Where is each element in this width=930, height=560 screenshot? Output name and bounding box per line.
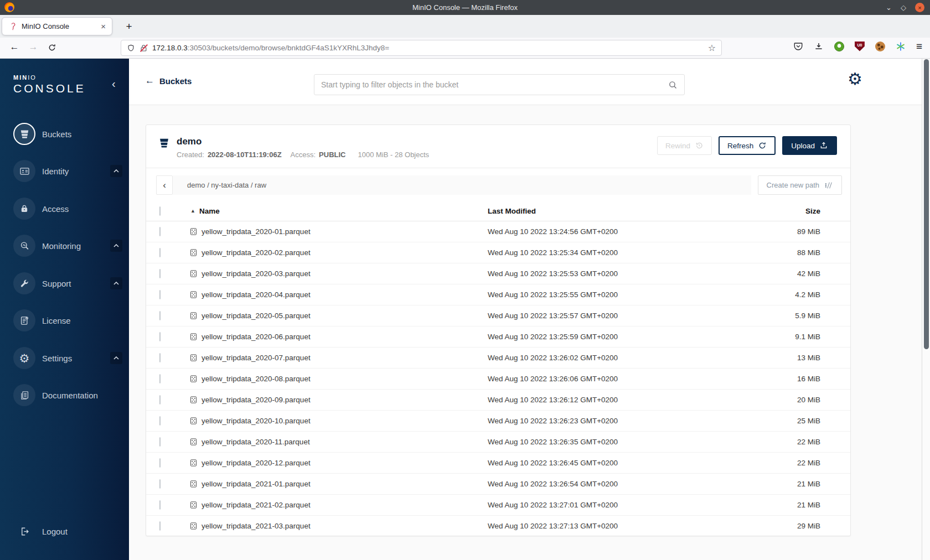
window-minimize-icon[interactable]: ⌄	[886, 4, 892, 11]
page-scrollbar[interactable]	[922, 59, 930, 560]
bucket-name: demo	[177, 136, 429, 147]
row-checkbox[interactable]	[159, 248, 161, 257]
row-checkbox[interactable]	[159, 227, 161, 236]
select-all-checkbox[interactable]	[159, 206, 161, 216]
object-name[interactable]: yellow_tripdata_2020-04.parquet	[202, 291, 311, 299]
row-checkbox[interactable]	[159, 353, 161, 362]
breadcrumb[interactable]: demo / ny-taxi-data / raw	[173, 175, 751, 195]
row-checkbox[interactable]	[159, 395, 161, 405]
back-to-buckets[interactable]: ← Buckets	[145, 75, 192, 86]
ublock-origin-extension-icon[interactable]: U0	[855, 42, 865, 51]
pocket-icon[interactable]	[793, 42, 803, 51]
url-text[interactable]: 172.18.0.3:30503/buckets/demo/browse/bnk…	[152, 44, 708, 52]
row-checkbox[interactable]	[159, 458, 161, 468]
row-checkbox[interactable]	[159, 290, 161, 299]
chevron-up-icon[interactable]	[110, 352, 122, 364]
object-name[interactable]: yellow_tripdata_2021-02.parquet	[202, 501, 311, 509]
browser-forward-icon[interactable]: →	[27, 42, 40, 53]
table-row[interactable]: yellow_tripdata_2020-09.parquet Wed Aug …	[146, 390, 850, 411]
object-name[interactable]: yellow_tripdata_2020-08.parquet	[202, 375, 311, 383]
insecure-lock-icon[interactable]	[140, 44, 148, 53]
column-size[interactable]: Size	[760, 207, 820, 215]
object-name[interactable]: yellow_tripdata_2020-11.parquet	[202, 438, 310, 446]
tracking-shield-icon[interactable]	[127, 44, 135, 53]
object-name[interactable]: yellow_tripdata_2020-12.parquet	[202, 459, 311, 467]
row-checkbox[interactable]	[159, 521, 161, 531]
table-row[interactable]: yellow_tripdata_2020-03.parquet Wed Aug …	[146, 263, 850, 284]
table-row[interactable]: yellow_tripdata_2020-07.parquet Wed Aug …	[146, 348, 850, 369]
sidebar-item-logout[interactable]: Logout	[0, 519, 129, 543]
table-row[interactable]: yellow_tripdata_2020-05.parquet Wed Aug …	[146, 305, 850, 326]
privacy-badger-extension-icon[interactable]	[834, 42, 844, 51]
object-name[interactable]: yellow_tripdata_2020-10.parquet	[202, 417, 311, 425]
path-back-button[interactable]: ‹	[156, 175, 173, 195]
table-row[interactable]: yellow_tripdata_2020-08.parquet Wed Aug …	[146, 369, 850, 390]
url-host: 172.18.0.3	[152, 44, 188, 52]
row-checkbox[interactable]	[159, 311, 161, 320]
sidebar-item-access[interactable]: Access	[0, 196, 129, 221]
object-name[interactable]: yellow_tripdata_2021-03.parquet	[202, 522, 311, 530]
sidebar-collapse-icon[interactable]: ‹	[112, 77, 116, 90]
table-row[interactable]: yellow_tripdata_2021-02.parquet Wed Aug …	[146, 495, 850, 516]
row-checkbox[interactable]	[159, 479, 161, 489]
url-bar[interactable]: 172.18.0.3:30503/buckets/demo/browse/bnk…	[121, 40, 722, 56]
new-tab-button[interactable]: +	[122, 19, 136, 34]
table-row[interactable]: yellow_tripdata_2021-01.parquet Wed Aug …	[146, 474, 850, 495]
row-checkbox[interactable]	[159, 269, 161, 278]
table-row[interactable]: yellow_tripdata_2020-12.parquet Wed Aug …	[146, 453, 850, 474]
refresh-button[interactable]: Refresh	[719, 136, 776, 155]
object-name[interactable]: yellow_tripdata_2020-09.parquet	[202, 396, 311, 404]
row-checkbox[interactable]	[159, 437, 161, 447]
object-name[interactable]: yellow_tripdata_2020-03.parquet	[202, 269, 311, 278]
table-row[interactable]: yellow_tripdata_2020-04.parquet Wed Aug …	[146, 284, 850, 305]
object-filter-search[interactable]	[314, 74, 685, 95]
sidebar-item-settings[interactable]: ⚙ Settings	[0, 346, 129, 370]
window-maximize-icon[interactable]: ◇	[901, 4, 906, 11]
row-checkbox[interactable]	[159, 500, 161, 510]
sidebar-item-identity[interactable]: Identity	[0, 159, 129, 183]
table-row[interactable]: yellow_tripdata_2020-01.parquet Wed Aug …	[146, 221, 850, 242]
object-name[interactable]: yellow_tripdata_2021-01.parquet	[202, 480, 311, 488]
tab-minio-console[interactable]: MinIO Console ×	[2, 17, 112, 35]
downloads-icon[interactable]	[814, 42, 824, 51]
browser-back-icon[interactable]: ←	[8, 42, 21, 53]
scrollbar-thumb[interactable]	[924, 59, 929, 349]
chevron-up-icon[interactable]	[110, 165, 122, 177]
object-name[interactable]: yellow_tripdata_2020-05.parquet	[202, 312, 311, 320]
chevron-up-icon[interactable]	[110, 277, 122, 289]
column-name[interactable]: Name	[199, 207, 220, 215]
upload-button[interactable]: Upload	[782, 136, 837, 155]
multi-account-extension-icon[interactable]	[896, 42, 906, 51]
cookie-extension-icon[interactable]	[875, 42, 885, 51]
sidebar-item-monitoring[interactable]: Monitoring	[0, 234, 129, 258]
table-row[interactable]: yellow_tripdata_2020-02.parquet Wed Aug …	[146, 242, 850, 263]
browser-reload-icon[interactable]	[45, 43, 59, 52]
window-close-button[interactable]: ×	[915, 3, 924, 12]
bucket-actions: Rewind Refresh Upload	[657, 136, 837, 155]
create-new-path-button[interactable]: Create new path	[758, 175, 842, 195]
table-row[interactable]: yellow_tripdata_2020-06.parquet Wed Aug …	[146, 326, 850, 348]
chevron-up-icon[interactable]	[110, 240, 122, 252]
sidebar-item-support[interactable]: Support	[0, 271, 129, 295]
sidebar-item-documentation[interactable]: Documentation	[0, 383, 129, 407]
rewind-button[interactable]: Rewind	[657, 136, 712, 155]
sidebar-item-license[interactable]: License	[0, 308, 129, 333]
object-name[interactable]: yellow_tripdata_2020-06.parquet	[202, 333, 311, 341]
table-row[interactable]: yellow_tripdata_2021-03.parquet Wed Aug …	[146, 516, 850, 536]
hamburger-menu-icon[interactable]: ≡	[916, 41, 922, 51]
row-checkbox[interactable]	[159, 332, 161, 341]
table-row[interactable]: yellow_tripdata_2020-11.parquet Wed Aug …	[146, 432, 850, 453]
sort-asc-icon[interactable]: ▲	[190, 208, 195, 214]
sidebar-item-buckets[interactable]: Buckets	[0, 122, 129, 146]
bookmark-star-icon[interactable]: ☆	[708, 43, 716, 53]
row-checkbox[interactable]	[159, 416, 161, 426]
row-checkbox[interactable]	[159, 374, 161, 383]
object-name[interactable]: yellow_tripdata_2020-07.parquet	[202, 354, 311, 362]
search-input[interactable]	[321, 80, 668, 89]
object-name[interactable]: yellow_tripdata_2020-02.parquet	[202, 248, 311, 257]
table-row[interactable]: yellow_tripdata_2020-10.parquet Wed Aug …	[146, 411, 850, 432]
object-name[interactable]: yellow_tripdata_2020-01.parquet	[202, 227, 311, 236]
settings-gear-icon[interactable]: ⚙	[848, 71, 862, 87]
column-last-modified[interactable]: Last Modified	[488, 207, 760, 215]
tab-close-icon[interactable]: ×	[99, 22, 107, 31]
